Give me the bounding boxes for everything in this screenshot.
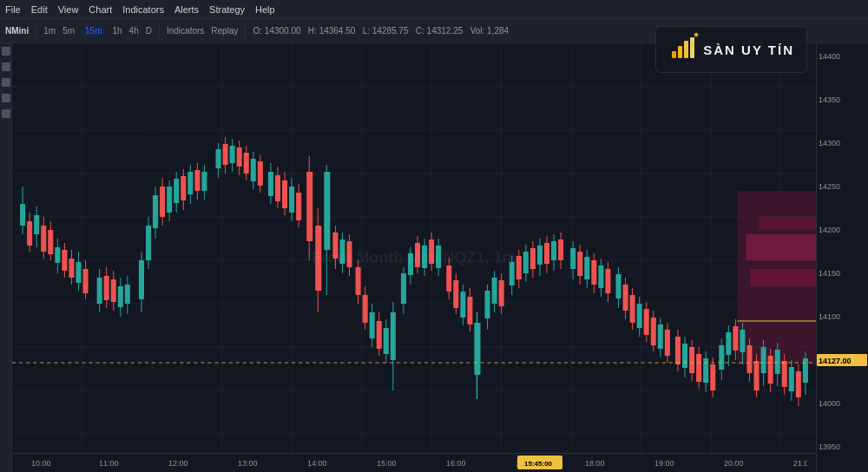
svg-text:12:00: 12:00 — [168, 459, 188, 468]
svg-rect-120 — [384, 328, 389, 354]
menu-indicators[interactable]: Indicators — [122, 4, 164, 15]
svg-rect-60 — [153, 195, 158, 228]
svg-rect-140 — [460, 292, 465, 318]
timeframe-d[interactable]: D — [146, 26, 152, 36]
menu-alerts[interactable]: Alerts — [174, 4, 199, 15]
svg-rect-22 — [751, 269, 816, 286]
logo-star-icon: ★ — [693, 30, 700, 39]
svg-rect-68 — [181, 176, 186, 200]
svg-rect-134 — [436, 246, 441, 268]
menu-bar: File Edit View Chart Indicators Alerts S… — [0, 0, 868, 19]
timeframe-1h[interactable]: 1h — [112, 26, 122, 36]
timeframe-4h[interactable]: 4h — [129, 26, 139, 36]
menu-view[interactable]: View — [58, 4, 79, 15]
svg-rect-48 — [104, 276, 109, 300]
menu-chart[interactable]: Chart — [89, 4, 112, 15]
svg-rect-74 — [201, 172, 207, 191]
menu-help[interactable]: Help — [255, 4, 275, 15]
svg-rect-206 — [710, 364, 715, 390]
svg-rect-228 — [789, 367, 794, 391]
svg-rect-56 — [139, 260, 144, 299]
svg-rect-174 — [591, 260, 596, 285]
svg-rect-178 — [605, 269, 610, 293]
svg-rect-32 — [41, 226, 46, 252]
svg-rect-172 — [584, 257, 589, 279]
svg-rect-122 — [391, 312, 396, 360]
svg-rect-112 — [356, 267, 361, 295]
svg-text:14400: 14400 — [819, 52, 840, 61]
svg-rect-70 — [187, 172, 193, 194]
svg-rect-34 — [48, 230, 53, 254]
svg-rect-210 — [726, 332, 731, 355]
timeframe-15m[interactable]: 15m — [82, 25, 105, 36]
draw-tool[interactable] — [2, 62, 10, 71]
svg-rect-202 — [696, 354, 701, 382]
svg-rect-168 — [570, 248, 575, 269]
measure-tool[interactable] — [2, 94, 10, 102]
svg-rect-110 — [346, 241, 352, 267]
ohlcv-values: O: 14300.00 H: 14364.50 L: 14285.75 C: 1… — [253, 26, 509, 36]
menu-file[interactable]: File — [5, 4, 21, 15]
svg-rect-102 — [315, 226, 321, 291]
svg-rect-148 — [492, 278, 497, 304]
svg-text:19:00: 19:00 — [654, 459, 674, 468]
svg-rect-188 — [644, 309, 649, 335]
svg-rect-130 — [422, 246, 427, 268]
svg-text:14000: 14000 — [819, 399, 840, 408]
svg-rect-58 — [146, 226, 151, 260]
menu-strategy[interactable]: Strategy — [209, 4, 245, 15]
svg-rect-262 — [684, 41, 688, 58]
divider-2 — [159, 24, 160, 38]
svg-rect-138 — [453, 280, 458, 308]
svg-rect-96 — [289, 187, 294, 213]
svg-text:20:00: 20:00 — [724, 459, 744, 468]
replay-button[interactable]: Replay — [211, 26, 238, 36]
svg-rect-104 — [324, 172, 330, 250]
logo-icon-wrapper: ★ — [668, 34, 696, 65]
svg-rect-40 — [69, 259, 74, 278]
svg-rect-260 — [672, 51, 676, 58]
svg-rect-154 — [516, 256, 522, 279]
symbol-selector[interactable]: NMini — [5, 26, 29, 36]
svg-text:15:00: 15:00 — [377, 459, 397, 468]
svg-rect-170 — [577, 252, 582, 276]
svg-rect-263 — [690, 37, 694, 58]
svg-rect-208 — [719, 345, 724, 370]
timeframe-5m[interactable]: 5m — [62, 26, 75, 36]
timeframe-1m[interactable]: 1m — [43, 26, 56, 36]
menu-edit[interactable]: Edit — [31, 4, 48, 15]
svg-rect-144 — [474, 323, 480, 375]
svg-rect-160 — [537, 246, 542, 265]
zoom-tool[interactable] — [2, 109, 10, 118]
svg-rect-224 — [775, 350, 780, 374]
svg-rect-218 — [754, 361, 760, 390]
svg-rect-222 — [768, 356, 773, 384]
svg-rect-142 — [467, 297, 472, 324]
svg-rect-44 — [83, 269, 89, 293]
divider-3 — [245, 24, 246, 38]
indicators-button[interactable]: Indicators — [167, 26, 204, 36]
svg-rect-72 — [194, 170, 200, 191]
svg-rect-76 — [216, 149, 221, 168]
svg-rect-78 — [223, 144, 228, 165]
svg-rect-108 — [339, 239, 345, 264]
crosshair-tool[interactable] — [2, 47, 10, 56]
svg-rect-214 — [740, 330, 745, 352]
svg-rect-80 — [230, 146, 235, 163]
chart-area[interactable]: Front Month Mini NQZ1, 1m — [12, 43, 816, 472]
svg-rect-212 — [733, 326, 738, 351]
time-axis-svg: 10:00 11:00 12:00 13:00 14:00 15:00 16:0… — [21, 454, 807, 473]
svg-rect-36 — [55, 247, 60, 263]
svg-text:14100: 14100 — [819, 312, 840, 321]
svg-rect-156 — [523, 252, 529, 273]
svg-rect-90 — [268, 172, 273, 196]
svg-rect-94 — [282, 180, 287, 208]
svg-text:14350: 14350 — [819, 95, 840, 104]
text-tool[interactable] — [2, 78, 10, 87]
svg-rect-150 — [499, 280, 504, 306]
svg-rect-226 — [782, 361, 787, 387]
svg-rect-164 — [551, 241, 556, 260]
svg-rect-190 — [651, 318, 656, 345]
svg-rect-86 — [251, 159, 256, 181]
svg-text:14200: 14200 — [819, 226, 840, 234]
